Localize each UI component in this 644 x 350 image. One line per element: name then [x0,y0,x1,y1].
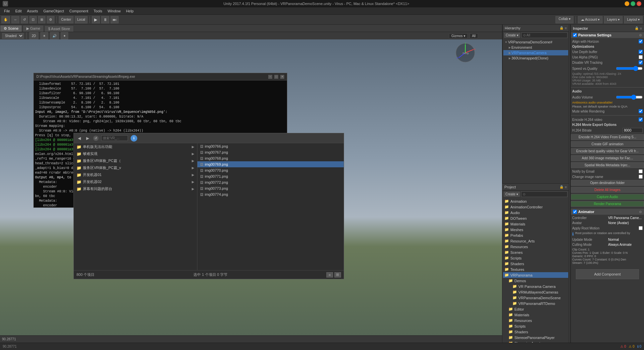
close-button[interactable]: ✕ [637,1,641,6]
mode-2d[interactable]: 2D [29,32,38,39]
layout-button[interactable]: Layout ▾ [624,16,643,23]
file-item-4[interactable]: 📁 服务区VR体验_PC篇_v ▶ [74,164,197,171]
minimize-button[interactable]: − [625,1,629,6]
mute-rendering-checkbox[interactable] [639,109,643,113]
proj-animation[interactable]: 📁Animation [503,198,568,204]
maximize-button[interactable]: □ [631,1,635,6]
step-button[interactable]: ⏭ [111,16,119,23]
file-item-5[interactable]: 📁 开发机器01 ▶ [74,171,197,178]
apply-root-checkbox[interactable] [639,226,643,230]
proj-scripts[interactable]: 📁Scripts [503,255,568,261]
play-button[interactable]: ▶ [92,16,100,23]
proj-resources[interactable]: 📁Resources [503,244,568,249]
proj-anim-ctrl[interactable]: 📁AnimationController [503,204,568,210]
proj-meshes[interactable]: 📁Meshes [503,227,568,232]
pivot-local[interactable]: Local [75,16,88,23]
file-item-3[interactable]: 📁 服务区VR体验_PC篇（ ▶ [74,157,197,164]
hier-camera[interactable]: ▶ VRPanoramaCamera [503,50,568,55]
proj-vr-demo-scene[interactable]: 📁VRPanoramaDemoScene [503,295,568,301]
menu-component[interactable]: Component [66,8,91,14]
capture-audio-btn[interactable]: Capture Audio [571,194,644,200]
encode-best-quality-btn[interactable]: Encode best quality video for Gear VR fr… [571,148,644,154]
proj-materials2[interactable]: 📁Materials [503,312,568,318]
menu-file[interactable]: File [1,8,13,14]
menu-window[interactable]: Window [105,8,123,14]
proj-vrpanorama[interactable]: 📁 VRPanorama [503,272,568,278]
proj-audio[interactable]: 📁Audio [503,210,568,215]
fb-forward[interactable]: ▶ [85,136,91,141]
tab-game[interactable]: ▶ Game [23,25,44,32]
tool-hand[interactable]: ✋ [1,16,10,23]
tool-rotate[interactable]: ↺ [21,16,28,23]
terminal-minimize[interactable]: − [268,75,272,79]
menu-tools[interactable]: Tools [91,8,105,14]
fb-view-list[interactable]: ≡ [326,272,333,278]
insp-menu-icon[interactable]: ≡ [640,26,642,30]
terminal-maximize[interactable]: □ [274,75,278,79]
account-button[interactable]: ☁ Account ▾ [578,16,603,23]
all-btn[interactable]: All [470,33,478,38]
use-depth-checkbox[interactable] [639,50,643,54]
proj-vr-rt[interactable]: 📁VRPanoramaRTDemo [503,301,568,306]
tab-asset-store[interactable]: $ Asset Store [44,25,73,32]
panorama-settings-header[interactable]: Panorama Settings ⚙ [571,32,644,38]
proj-vr-cam[interactable]: 📁VR Panorama Camera [503,284,568,289]
proj-materials[interactable]: 📁Materials [503,221,568,227]
add-component-button[interactable]: Add Component [576,269,639,279]
inspector-scroll[interactable]: Panorama Settings ⚙ Align with Horizon O… [571,32,644,343]
proj-vr-multi[interactable]: 📁VRMultilayeredCameras [503,289,568,295]
change-image-checkbox[interactable] [639,175,643,179]
menu-help[interactable]: Help [123,8,136,14]
terminal-close[interactable]: ✕ [280,75,284,79]
fb-refresh[interactable]: ↺ [93,136,99,141]
proj-editor[interactable]: 📁Editor [503,306,568,312]
fb-file-766[interactable]: 🖼 img00766.png [197,143,344,149]
scene-viewport[interactable]: X Y Z Persp D:\Project\Virus\Assets\VRPa… [0,39,502,343]
fb-view-grid[interactable]: ⊞ [334,272,341,278]
speed-quality-slider[interactable] [616,66,643,71]
proj-shaders2[interactable]: 📁Shaders [503,329,568,335]
file-item-2[interactable]: 📁 够难实境 ▶ [74,150,197,157]
tool-rect[interactable]: ⊞ [38,16,45,23]
project-search[interactable] [521,191,568,197]
hierarchy-search[interactable] [521,32,568,38]
hier-360[interactable]: ▶ 360Unwrapped(Clone) [503,55,568,61]
animator-enabled-checkbox[interactable] [573,210,577,214]
proj-menu-icon[interactable]: ≡ [565,185,567,189]
fb-file-767[interactable]: 🖼 img00767.png [197,149,344,155]
proj-shaders[interactable]: 📁Shaders [503,261,568,267]
render-panorama-btn[interactable]: Render Panorama [571,201,644,207]
file-item-6[interactable]: 📁 开发机器02 ▶ [74,178,197,185]
create-gif-btn[interactable]: Create GIF animation [571,141,644,147]
file-item-1[interactable]: 📁 单机版无法出功能 ▶ [74,143,197,150]
file-item-7[interactable]: 📁 屏幕有问题的那台 ▶ [74,185,197,192]
animator-header[interactable]: Animator ⚙ [571,209,644,215]
tab-scene[interactable]: ⚙ Scene [0,25,22,32]
shaded-dropdown[interactable]: Shaded [2,33,24,39]
audio-btn[interactable]: 🔊 [50,32,59,39]
h264-bitrate-input[interactable] [623,128,643,133]
collab-button[interactable]: Collab ▾ [555,16,574,23]
proj-stereo[interactable]: 📁StereoePanoramaPlayer [503,335,568,340]
fb-file-771[interactable]: 🖼 img00771.png [197,173,344,179]
proj-demos[interactable]: 📁Demos [503,278,568,284]
fb-file-773[interactable]: 🖼 img00773.png [197,185,344,191]
fb-file-768[interactable]: 🖼 img00768.png [197,155,344,161]
add-360-metatags-btn[interactable]: Add 360 image metatags for Fac... [571,155,644,161]
gizmos-dropdown[interactable]: Gizmos ▾ [449,33,468,38]
menu-assets[interactable]: Assets [24,8,41,14]
align-horizon-checkbox[interactable] [639,39,643,43]
proj-create[interactable]: Create ▾ [504,192,520,197]
proj-textures[interactable]: 📁Textures [503,267,568,272]
fb-file-774[interactable]: 🖼 img00774.png [197,191,344,197]
layers-button[interactable]: Layers ▾ [604,16,623,23]
spatial-media-btn[interactable]: Spatial Media Metadata Injec... [571,162,644,168]
proj-resources2[interactable]: 📁Resources [503,318,568,323]
hier-create[interactable]: Create ▾ [504,33,520,38]
disable-vr-checkbox[interactable] [639,60,643,64]
delete-all-btn[interactable]: Delete All Images [571,187,644,193]
use-alpha-checkbox[interactable] [639,55,643,59]
open-destination-btn[interactable]: Open destination folder [571,180,644,186]
fb-back[interactable]: ◀ [76,136,82,141]
panorama-enabled-checkbox[interactable] [573,33,577,37]
